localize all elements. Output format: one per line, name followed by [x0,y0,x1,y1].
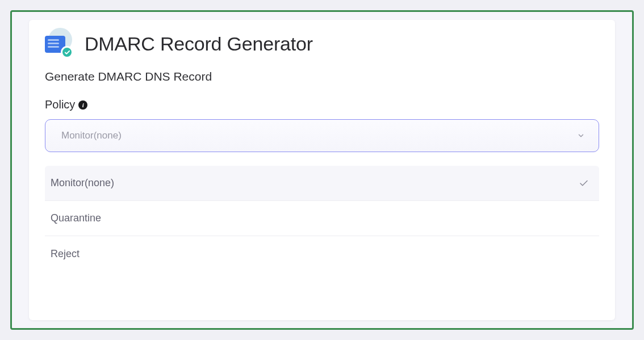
policy-options-list: Monitor(none) Quarantine Reject [45,166,599,271]
option-label: Reject [51,248,80,260]
policy-label: Policy [45,98,75,111]
policy-label-row: Policy i [45,98,599,111]
outer-frame: DMARC Record Generator Generate DMARC DN… [10,10,634,330]
header: DMARC Record Generator [45,30,599,57]
option-label: Quarantine [51,212,101,224]
policy-select-value: Monitor(none) [61,130,122,141]
option-label: Monitor(none) [51,177,114,189]
policy-option-monitor[interactable]: Monitor(none) [45,166,599,201]
generator-card: DMARC Record Generator Generate DMARC DN… [29,20,615,320]
policy-option-reject[interactable]: Reject [45,236,599,271]
policy-option-quarantine[interactable]: Quarantine [45,201,599,236]
page-subtitle: Generate DMARC DNS Record [45,70,599,83]
info-icon[interactable]: i [78,100,87,110]
page-title: DMARC Record Generator [85,33,313,55]
policy-select[interactable]: Monitor(none) [45,119,599,152]
chevron-down-icon [577,132,585,140]
check-icon [579,178,589,188]
dmarc-document-icon [45,30,74,57]
